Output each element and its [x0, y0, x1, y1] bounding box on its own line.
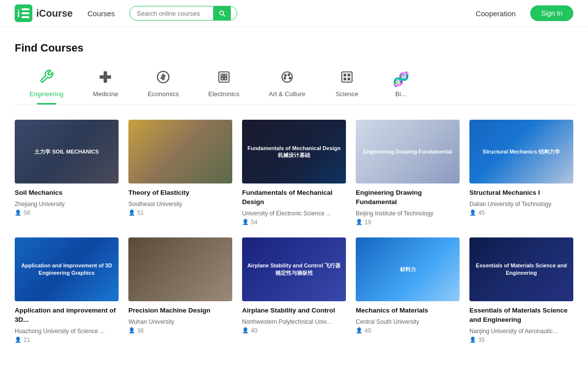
search-bar	[129, 6, 237, 21]
row1-card-4[interactable]: Structural Mechanics 结构力学Structural Mech…	[469, 120, 573, 226]
row2-card-2[interactable]: Airplane Stability and Control 飞行器稳定性与操纵…	[242, 237, 346, 343]
course-students: 👤 21	[15, 337, 119, 343]
category-tab-art[interactable]: Art & Culture	[254, 65, 320, 105]
nav-courses[interactable]: Courses	[87, 9, 115, 18]
course-thumbnail: Structural Mechanics 结构力学	[469, 120, 573, 183]
svg-point-15	[288, 74, 290, 76]
course-thumbnail: 材料力	[356, 237, 460, 301]
course-students: 👤 35	[469, 337, 573, 343]
person-icon: 👤	[15, 337, 22, 343]
economics-label: Economics	[147, 90, 179, 98]
category-tabs: EngineeringMedicineEconomicsElectronicsA…	[15, 64, 573, 105]
svg-rect-12	[224, 78, 227, 80]
row1-card-2[interactable]: Fundamentals of Mechanical Design 机械设计基础…	[242, 120, 346, 226]
signin-button[interactable]: Sign In	[530, 5, 573, 21]
svg-point-16	[289, 78, 291, 79]
course-title: Mechanics of Materials	[356, 306, 460, 315]
course-students: 👤 58	[15, 209, 119, 216]
row1-card-0[interactable]: 土力学 SOIL MECHANICSSoil MechanicsZhejiang…	[15, 120, 119, 226]
course-thumbnail	[128, 237, 232, 301]
svg-point-14	[285, 75, 287, 77]
category-tab-electronics[interactable]: Electronics	[194, 65, 254, 105]
course-university: Zhejiang University	[15, 201, 119, 208]
svg-rect-20	[348, 74, 350, 76]
course-title: Precision Machine Design	[128, 306, 232, 315]
bio-label: Bi...	[395, 90, 406, 98]
course-thumbnail: Fundamentals of Mechanical Design 机械设计基础	[242, 120, 346, 183]
course-students: 👤 45	[469, 209, 573, 216]
header: i iCourse Courses Cooperation Sign In	[0, 0, 588, 27]
svg-rect-2	[22, 8, 29, 10]
person-icon: 👤	[356, 219, 363, 225]
course-title: Structural Mechanics I	[469, 188, 573, 198]
art-icon	[280, 70, 294, 87]
search-icon	[218, 9, 226, 17]
economics-icon	[156, 70, 170, 87]
person-icon: 👤	[356, 327, 363, 334]
course-title: Airplane Stability and Control	[242, 306, 346, 315]
bio-icon: 🧬	[392, 71, 410, 87]
svg-text:i: i	[17, 8, 20, 19]
svg-rect-11	[221, 78, 223, 80]
course-students: 👤 19	[356, 219, 460, 226]
person-icon: 👤	[15, 209, 22, 216]
search-button[interactable]	[213, 6, 231, 20]
category-tab-economics[interactable]: Economics	[133, 65, 194, 105]
category-tab-science[interactable]: Science	[320, 65, 374, 105]
search-input[interactable]	[130, 7, 213, 20]
course-title: Engineering Drawing Fundamental	[356, 188, 460, 207]
course-thumbnail: Application and Improvement of 3D Engine…	[15, 237, 119, 301]
person-icon: 👤	[242, 219, 249, 225]
course-title: Fundamentals of Mechanical Design	[242, 188, 346, 207]
course-thumbnail	[128, 120, 232, 183]
cooperation-link[interactable]: Cooperation	[476, 9, 516, 18]
svg-point-17	[284, 78, 286, 79]
svg-rect-9	[221, 74, 223, 77]
course-title: Theory of Elasticity	[128, 188, 232, 198]
category-tab-bio[interactable]: 🧬Bi...	[374, 66, 428, 105]
row2-card-1[interactable]: Precision Machine DesignWuhan University…	[128, 237, 232, 343]
person-icon: 👤	[469, 209, 476, 216]
person-icon: 👤	[469, 337, 476, 343]
course-thumbnail: 土力学 SOIL MECHANICS	[15, 120, 119, 183]
category-tab-medicine[interactable]: Medicine	[78, 65, 133, 105]
course-thumbnail: Essentials of Materials Science and Engi…	[469, 237, 573, 301]
engineering-label: Engineering	[29, 90, 63, 98]
category-tab-engineering[interactable]: Engineering	[15, 64, 78, 105]
course-grid-row2: Application and Improvement of 3D Engine…	[15, 237, 573, 343]
course-university: Nanjing University of Aeronautic...	[469, 328, 573, 335]
row1-card-3[interactable]: Engineering Drawing FundamentalEngineeri…	[356, 120, 460, 226]
course-students: 👤 36	[128, 327, 232, 334]
row2-card-0[interactable]: Application and Improvement of 3D Engine…	[15, 237, 119, 343]
course-thumbnail: Engineering Drawing Fundamental	[356, 120, 460, 183]
row2-card-4[interactable]: Essentials of Materials Science and Engi…	[469, 237, 573, 343]
logo[interactable]: i iCourse	[15, 4, 73, 22]
svg-rect-3	[22, 12, 29, 14]
course-university: Northwestern Polytechnical Univ...	[242, 318, 346, 325]
medicine-label: Medicine	[93, 90, 118, 98]
svg-rect-19	[344, 74, 346, 76]
course-title: Essentials of Materials Science and Engi…	[469, 306, 573, 325]
main-content: Find Courses EngineeringMedicineEconomic…	[0, 27, 588, 353]
svg-rect-4	[22, 16, 29, 18]
row1-card-1[interactable]: Theory of ElasticitySoutheast University…	[128, 120, 232, 226]
course-university: Southeast University	[128, 201, 232, 208]
course-university: University of Electronic Science ...	[242, 210, 346, 217]
science-icon	[340, 70, 354, 87]
electronics-icon	[217, 70, 231, 87]
row2-card-3[interactable]: 材料力Mechanics of MaterialsCentral South U…	[356, 237, 460, 343]
course-title: Soil Mechanics	[15, 188, 119, 198]
science-label: Science	[336, 90, 358, 98]
logo-text: iCourse	[36, 8, 73, 19]
course-university: Huazhong University of Science ...	[15, 328, 119, 335]
course-thumbnail: Airplane Stability and Control 飞行器稳定性与操纵…	[242, 237, 346, 301]
course-university: Dalian University of Technology	[469, 201, 573, 208]
course-students: 👤 40	[356, 327, 460, 334]
person-icon: 👤	[128, 327, 135, 334]
course-university: Wuhan University	[128, 318, 232, 325]
course-students: 👤 51	[128, 209, 232, 216]
svg-rect-10	[224, 74, 227, 77]
electronics-label: Electronics	[208, 90, 240, 98]
course-grid-row1: 土力学 SOIL MECHANICSSoil MechanicsZhejiang…	[15, 120, 573, 226]
course-university: Beijing Institute of Technology	[356, 210, 460, 217]
